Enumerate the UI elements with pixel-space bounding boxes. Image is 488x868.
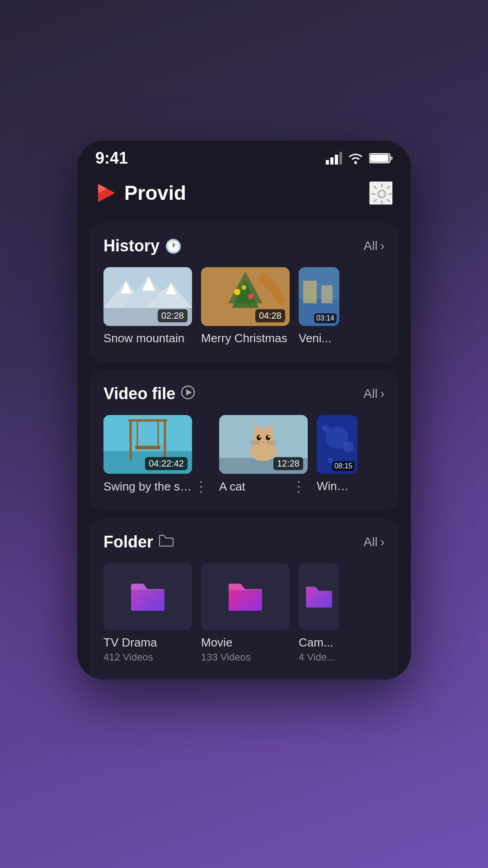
video-section: Video file All › [90,371,398,510]
history-thumbnails: 02:28 Snow mountain [103,267,385,345]
history-section: History 🕐 All › [90,223,398,362]
folder-count-0: 412 Videos [103,651,192,663]
svg-rect-0 [326,160,329,165]
video-item-0[interactable]: 04:22:42 Swing by the sea ⋮ [103,415,210,494]
svg-rect-27 [303,281,317,303]
svg-line-55 [267,443,276,444]
video-header: Video file All › [103,384,385,403]
video-duration-0: 04:22:42 [145,457,188,470]
video-label-0: Swing by the sea [103,480,192,494]
wifi-icon [347,152,364,165]
svg-rect-1 [330,157,333,165]
settings-button[interactable] [369,181,393,205]
folder-icon [159,534,174,550]
app-name: Provid [124,182,186,204]
folder-thumbnails: TV Drama 412 Videos [103,563,385,663]
app-logo-icon [94,181,117,205]
video-duration-1: 12:28 [273,457,303,470]
folder-all-button[interactable]: All › [364,535,385,549]
status-time: 9:41 [95,149,128,168]
folder-icon-movie [225,576,266,617]
folder-item-2[interactable]: Cam... 4 Vide... [299,563,339,663]
svg-point-47 [257,435,261,440]
phone-mockup: 9:41 [77,140,411,680]
svg-point-23 [248,294,253,299]
status-bar: 9:41 [77,141,411,172]
svg-marker-30 [186,389,192,396]
history-all-button[interactable]: All › [364,239,385,253]
video-play-icon [181,385,195,403]
history-item-1[interactable]: 04:28 Merry Christmas [201,267,290,345]
svg-point-50 [268,436,270,438]
folder-name-0: TV Drama [103,636,192,650]
video-label-2: Wind... [317,479,353,493]
folder-icon-cam [303,581,335,613]
history-duration-0: 02:28 [158,309,188,322]
folder-thumb-1 [201,563,290,630]
history-label-2: Veni... [299,331,339,345]
folder-count-2: 4 Vide... [299,651,339,663]
svg-point-58 [322,425,329,432]
video-all-button[interactable]: All › [364,387,385,401]
svg-point-10 [378,190,385,198]
svg-point-42 [253,428,274,449]
folder-item-1[interactable]: Movie 133 Videos [201,563,290,663]
video-thumb-2: 08:15 [317,415,357,474]
folder-thumb-0 [103,563,192,630]
history-item-0[interactable]: 02:28 Snow mountain [103,267,192,345]
svg-rect-28 [321,285,333,303]
svg-rect-3 [339,152,342,165]
app-logo: Provid [94,181,186,205]
video-thumbnails: 04:22:42 Swing by the sea ⋮ [103,415,385,494]
svg-point-4 [354,161,357,164]
folder-count-1: 133 Videos [201,651,290,663]
history-label-1: Merry Christmas [201,331,290,345]
video-thumb-1: 12:28 [219,415,308,474]
folder-thumb-2 [299,563,339,630]
video-item-2[interactable]: 08:15 Wind... [317,415,357,494]
history-thumb-1: 04:28 [201,267,290,326]
history-thumb-0: 02:28 [103,267,192,326]
video-more-1[interactable]: ⋮ [290,479,308,494]
svg-point-48 [266,435,270,440]
history-duration-1: 04:28 [255,309,285,322]
video-thumb-0: 04:22:42 [103,415,192,474]
video-title: Video file [103,384,195,403]
svg-rect-38 [135,446,160,449]
video-label-1: A cat [219,480,245,494]
folder-header: Folder All › [103,533,385,552]
svg-line-53 [251,443,260,444]
video-more-0[interactable]: ⋮ [192,479,210,494]
folder-section: Folder All › [90,519,398,679]
history-thumb-2: 03:14 [299,267,339,326]
svg-rect-6 [370,155,389,162]
history-duration-2: 03:14 [314,313,337,323]
folder-name-1: Movie [201,636,290,650]
status-icons [326,152,393,165]
video-duration-2: 08:15 [332,461,355,471]
history-item-2[interactable]: 03:14 Veni... [299,267,339,345]
svg-rect-7 [390,156,393,160]
folder-name-2: Cam... [299,636,339,650]
svg-point-49 [259,436,261,438]
folder-item-0[interactable]: TV Drama 412 Videos [103,563,192,663]
folder-title: Folder [103,533,174,552]
folder-icon-tv-drama [127,576,168,617]
battery-icon [369,152,393,164]
svg-point-59 [343,441,354,452]
svg-rect-2 [335,155,338,165]
app-header: Provid [77,172,411,214]
history-title: History 🕐 [103,236,182,255]
history-label-0: Snow mountain [103,331,192,345]
history-clock-icon: 🕐 [165,238,182,254]
history-header: History 🕐 All › [103,236,385,255]
svg-point-22 [234,289,240,295]
signal-icon [326,152,342,165]
video-item-1[interactable]: 12:28 A cat ⋮ [219,415,308,494]
svg-point-24 [242,285,246,290]
